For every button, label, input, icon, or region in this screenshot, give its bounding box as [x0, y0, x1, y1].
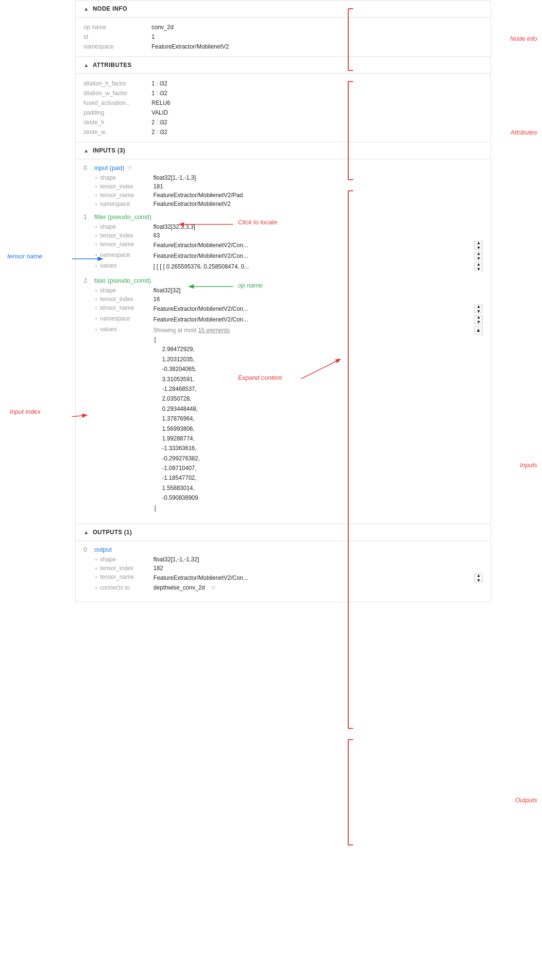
inputs-section: ▲ INPUTS (3) 0 input (pad) ☉ •	[75, 142, 491, 524]
field-value: VALID	[152, 109, 168, 116]
expand-values-1[interactable]: ▴ ▾	[474, 262, 483, 271]
inputs-chevron: ▲	[84, 148, 89, 153]
attributes-header[interactable]: ▲ ATTRIBUTES	[76, 57, 491, 74]
input-index-2: 2	[84, 277, 90, 284]
prop-row: • tensor_name FeatureExtractor/Mobilenet…	[95, 573, 483, 583]
field-label: id	[84, 34, 152, 40]
field-label: dilation_w_factor	[84, 90, 152, 97]
field-value: RELU6	[152, 100, 170, 106]
input-item-0: 0 input (pad) ☉ • shape float32[1,-1,-1,…	[76, 164, 491, 208]
connects-to-value: depthwise_conv_2d	[153, 584, 205, 591]
prop-row: • namespace FeatureExtractor/MobilenetV2…	[95, 251, 483, 261]
outputs-section: ▲ OUTPUTS (1) 0 output • shape	[75, 524, 491, 602]
input-name-0[interactable]: input (pad)	[94, 164, 124, 171]
prop-row: • tensor_name FeatureExtractor/Mobilenet…	[95, 304, 483, 314]
output-name-0[interactable]: output	[94, 546, 112, 553]
field-value: 1 : i32	[152, 90, 168, 97]
prop-row: • shape float32[1,-1,-1,3]	[95, 173, 483, 182]
outputs-title: OUTPUTS (1)	[93, 529, 132, 536]
expand-namespace-2[interactable]: ▴ ▾	[474, 315, 483, 324]
table-row: stride_w 2 : i32	[76, 127, 491, 137]
node-info-title: NODE INFO	[93, 5, 127, 12]
outputs-chevron: ▲	[84, 529, 89, 535]
inputs-title: INPUTS (3)	[93, 147, 125, 154]
field-value: 1	[152, 34, 155, 40]
input-index-1: 1	[84, 213, 90, 220]
table-row: fused_activation... RELU6	[76, 98, 491, 108]
prop-row: • values [ [ [ [ 0.265595376, 0.25850847…	[95, 261, 483, 272]
input-item-1: 1 filter (pseudo_const) • shape float32[…	[76, 213, 491, 272]
output-index-0: 0	[84, 546, 90, 553]
field-value: 1 : i32	[152, 80, 168, 87]
input-props-0: • shape float32[1,-1,-1,3] • tensor_inde…	[84, 173, 483, 208]
field-value: conv_2d	[152, 24, 173, 31]
tensor-name-label: tensor name	[7, 253, 42, 260]
node-info-section: ▲ NODE INFO op name conv_2d id 1 namespa…	[75, 0, 491, 57]
prop-row: • shape float32[32]	[95, 286, 483, 295]
output-item-0-header: 0 output	[84, 546, 483, 553]
field-label: stride_h	[84, 119, 152, 126]
attributes-label: Attributes	[510, 129, 537, 136]
input-item-0-header: 0 input (pad) ☉	[84, 164, 483, 171]
locate-icon-0[interactable]: ☉	[127, 165, 132, 171]
inputs-header[interactable]: ▲ INPUTS (3)	[76, 142, 491, 159]
expand-tensor-name-2[interactable]: ▴ ▾	[474, 304, 483, 313]
inputs-body: 0 input (pad) ☉ • shape float32[1,-1,-1,…	[76, 159, 491, 524]
input-props-2: • shape float32[32] • tensor_index 16 •	[84, 286, 483, 514]
field-value: FeatureExtractor/MobilenetV2	[152, 43, 229, 50]
input-props-1: • shape float32[32,3,3,3] • tensor_index…	[84, 222, 483, 272]
input-item-2-header: 2 bias (pseudo_const)	[84, 277, 483, 284]
field-value: 2 : i32	[152, 129, 168, 135]
elements-count-link[interactable]: 16 elements	[198, 327, 230, 334]
prop-row: • tensor_index 63	[95, 231, 483, 240]
prop-row: • tensor_name FeatureExtractor/Mobilenet…	[95, 191, 483, 200]
table-row: id 1	[76, 32, 491, 42]
attributes-body: dilation_h_factor 1 : i32 dilation_w_fac…	[76, 74, 491, 142]
click-to-locate-label: Click to locate	[238, 219, 277, 226]
expand-tensor-name-1[interactable]: ▴ ▾	[474, 241, 483, 250]
outputs-header[interactable]: ▲ OUTPUTS (1)	[76, 524, 491, 541]
prop-row: • namespace FeatureExtractor/MobilenetV2…	[95, 314, 483, 325]
node-info-chevron: ▲	[84, 6, 89, 12]
node-info-header[interactable]: ▲ NODE INFO	[76, 0, 491, 17]
input-index-0: 0	[84, 164, 90, 171]
input-item-1-header: 1 filter (pseudo_const)	[84, 213, 483, 220]
field-label: namespace	[84, 43, 152, 50]
op-name-label: op name	[238, 282, 263, 289]
prop-row: • shape float32[1,-1,-1,32]	[95, 555, 483, 564]
inputs-label: Inputs	[520, 461, 537, 469]
table-row: padding VALID	[76, 108, 491, 118]
attributes-title: ATTRIBUTES	[93, 62, 132, 68]
table-row: stride_h 2 : i32	[76, 118, 491, 127]
input-index-label: Input index	[10, 408, 41, 415]
prop-row: • tensor_index 16	[95, 295, 483, 304]
expand-output-tensor-name[interactable]: ▴ ▾	[474, 574, 483, 582]
input-item-2: 2 bias (pseudo_const) • shape float32[32…	[76, 277, 491, 514]
bias-values: [ 2.98472929, 1.20312035, -0.38204065, 3…	[153, 335, 483, 513]
prop-row: • tensor_index 181	[95, 182, 483, 191]
prop-row: • shape float32[32,3,3,3]	[95, 222, 483, 231]
field-value: 2 : i32	[152, 119, 168, 126]
field-label: op name	[84, 24, 152, 31]
expand-content-label: Expand content	[238, 374, 282, 381]
prop-row: • tensor_name FeatureExtractor/Mobilenet…	[95, 240, 483, 251]
table-row: namespace FeatureExtractor/MobilenetV2	[76, 42, 491, 51]
node-info-label: Node info	[510, 35, 537, 42]
prop-row: • values Showing at most 16 elements ▲	[95, 325, 483, 514]
outputs-body: 0 output • shape float32[1,-1,-1,32] •	[76, 541, 491, 602]
expand-values-2[interactable]: ▲	[474, 326, 483, 335]
attributes-chevron: ▲	[84, 62, 89, 68]
locate-icon-output[interactable]: ☉	[211, 585, 216, 591]
field-label: fused_activation...	[84, 100, 152, 106]
attributes-section: ▲ ATTRIBUTES dilation_h_factor 1 : i32 d…	[75, 57, 491, 142]
prop-row: • tensor_index 182	[95, 564, 483, 573]
output-props-0: • shape float32[1,-1,-1,32] • tensor_ind…	[84, 555, 483, 592]
input-name-1[interactable]: filter (pseudo_const)	[94, 213, 152, 220]
prop-row: • connects to depthwise_conv_2d ☉	[95, 583, 483, 592]
outputs-label: Outputs	[515, 796, 537, 804]
expand-namespace-1[interactable]: ▴ ▾	[474, 252, 483, 260]
node-info-body: op name conv_2d id 1 namespace FeatureEx…	[76, 17, 491, 56]
field-label: padding	[84, 109, 152, 116]
field-label: stride_w	[84, 129, 152, 135]
input-name-2[interactable]: bias (pseudo_const)	[94, 277, 151, 284]
